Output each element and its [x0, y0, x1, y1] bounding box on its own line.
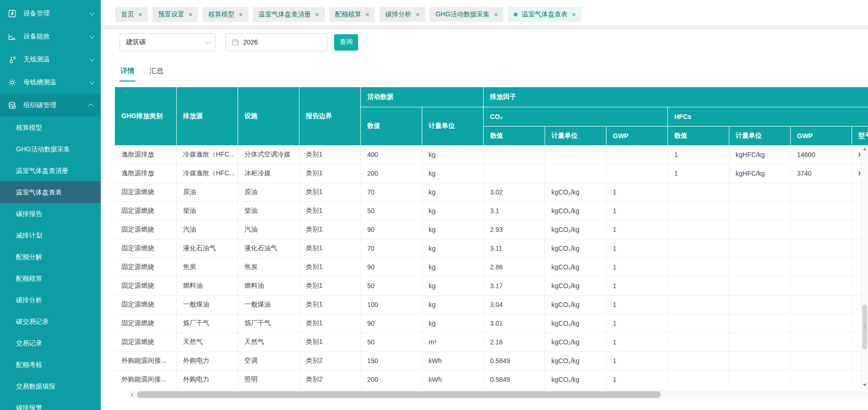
table-cell: 原油 — [238, 183, 299, 201]
close-icon[interactable]: × — [188, 11, 192, 18]
close-icon[interactable]: × — [239, 11, 242, 18]
header-emission-source: 排放源 — [176, 87, 238, 145]
table-row[interactable]: 逸散源排放冷媒逸散（HFC...冰柜冷媒类别1200kg1kgHFC/kg374… — [115, 164, 868, 183]
table-cell: 1 — [606, 220, 667, 239]
table-cell — [790, 183, 852, 201]
tab-label: GHG活动数据采集 — [435, 10, 490, 19]
table-cell — [729, 295, 790, 314]
table-cell — [729, 201, 790, 220]
table-cell: 天然气 — [176, 333, 238, 351]
table-header: GHG排放类别 排放源 设施 报告边界 活动数据 排放因子 数值 计量单位 CO… — [115, 87, 868, 145]
chevron-down-icon — [90, 33, 95, 38]
sidebar-item-ghg-inventory-table[interactable]: 温室气体盘查表 — [0, 181, 101, 203]
close-icon[interactable]: × — [366, 11, 369, 18]
tab-preset-settings[interactable]: 预置设置× — [152, 7, 198, 22]
table-cell: 冰柜冷媒 — [238, 164, 299, 183]
sidebar-item-reduction-plan[interactable]: 减排计划 — [0, 224, 101, 246]
sidebar-item-carbon-alarm[interactable]: 碳排报警 — [0, 397, 101, 410]
query-button[interactable]: 查询 — [334, 34, 358, 51]
sun-rays-icon — [7, 77, 17, 88]
table-cell: 1 — [606, 333, 667, 351]
table-row[interactable]: 固定源燃烧燃料油燃料油类别150kg3.17kgCO₂/kg1 — [115, 276, 868, 295]
table-cell — [729, 314, 790, 333]
calendar-icon — [232, 38, 239, 46]
close-icon[interactable]: × — [416, 11, 419, 18]
tab-ghg-inventory-table[interactable]: 温室气体盘查表× — [508, 7, 581, 22]
sidebar-item-carbon-trade-records[interactable]: 碳交易记录 — [0, 311, 101, 332]
table-cell: 固定源燃烧 — [115, 239, 176, 258]
header-ghg-category: GHG排放类别 — [115, 87, 176, 145]
table-row[interactable]: 固定源燃烧汽油汽油类别190kg2.93kgCO₂/kg1 — [115, 220, 868, 239]
sidebar-item-ghg-activity-data[interactable]: GHG活动数据采集 — [0, 138, 101, 160]
vertical-scrollbar-thumb[interactable] — [862, 305, 867, 349]
tab-accounting-model[interactable]: 核算模型× — [202, 7, 248, 22]
table-cell — [790, 276, 852, 295]
table-cell: 50 — [360, 276, 422, 295]
table-cell: kgHFC/kg — [729, 145, 790, 164]
tab-quota-accounting[interactable]: 配额核算× — [329, 7, 375, 22]
table-row[interactable]: 逸散源排放冷媒逸散（HFC...分体式空调冷媒类别1400kg1kgHFC/kg… — [115, 145, 868, 164]
table-cell — [790, 258, 852, 276]
sidebar-item-quota-decomposition[interactable]: 配额分解 — [0, 246, 101, 268]
close-icon[interactable]: × — [315, 11, 319, 18]
table-cell — [667, 370, 729, 389]
scroll-left-icon[interactable]: ‹ — [129, 390, 135, 399]
table-row[interactable]: 固定源燃烧一般煤油一般煤油类别1100kg3.04kgCO₂/kg1 — [115, 295, 868, 314]
vertical-scrollbar[interactable] — [861, 145, 868, 389]
table-cell: kg — [422, 295, 483, 314]
category-select[interactable]: 建筑碳 — [120, 33, 216, 51]
device-icon — [7, 8, 17, 19]
table-row[interactable]: 固定源燃烧原油原油类别170kg3.02kgCO₂/kg1 — [115, 183, 868, 201]
table-cell: 液化石油气 — [176, 239, 238, 258]
scroll-up-icon[interactable] — [863, 148, 867, 150]
table-area: GHG排放类别 排放源 设施 报告边界 活动数据 排放因子 数值 计量单位 CO… — [115, 87, 868, 389]
table-cell: kgCO₂/kg — [545, 220, 606, 239]
table-cell: kWh — [422, 351, 483, 370]
sidebar-item-trade-records[interactable]: 交易记录 — [0, 332, 101, 354]
table-cell: kgCO₂/kg — [545, 295, 606, 314]
sidebar-item-ghg-inventory-register[interactable]: 温室气体盘查清册 — [0, 160, 101, 181]
table-cell — [729, 183, 790, 201]
sidebar-item-carbon-report[interactable]: 碳排报告 — [0, 203, 101, 224]
view-tab-summary[interactable]: 汇总 — [149, 60, 165, 81]
close-icon[interactable]: × — [572, 11, 576, 18]
close-icon[interactable]: × — [494, 11, 498, 18]
year-input[interactable]: 2026 — [225, 33, 328, 51]
sidebar-item-quota-assessment[interactable]: 配额考核 — [0, 354, 101, 375]
table-row[interactable]: 固定源燃烧焦炭焦炭类别190kg2.86kgCO₂/kg1 — [115, 258, 868, 276]
tab-carbon-analysis[interactable]: 碳排分析× — [380, 7, 425, 22]
header-co2-value: 数值 — [483, 126, 545, 145]
sidebar-item-wireless-temperature[interactable]: 无线测温 — [0, 48, 101, 71]
sidebar-item-device-efficiency[interactable]: 设备能效 — [0, 25, 101, 48]
horizontal-scrollbar-thumb[interactable] — [137, 391, 661, 398]
table-row[interactable]: 外购能源间接...外购电力照明类别2200kWh0.5849kgCO₂/kg1 — [115, 370, 868, 389]
sidebar-item-label: 设备管理 — [23, 9, 50, 18]
header-hfcs-gwp: GWP — [790, 126, 852, 145]
table-cell: 类别1 — [299, 220, 360, 239]
sidebar-item-accounting-model[interactable]: 核算模型 — [0, 117, 101, 138]
table-row[interactable]: 固定源燃烧天然气天然气类别150m³2.16kgCO₂/kg1 — [115, 333, 868, 351]
sidebar-item-busbar-temperature[interactable]: 母线槽测温 — [0, 71, 101, 94]
scroll-down-icon[interactable] — [863, 384, 867, 387]
table-cell — [667, 239, 729, 258]
table-row[interactable]: 固定源燃烧液化石油气液化石油气类别170kg3.11kgCO₂/kg1 — [115, 239, 868, 258]
table-row[interactable]: 外购能源间接...外购电力空调类别2150kWh0.5849kgCO₂/kg1 — [115, 351, 868, 370]
sidebar-item-device-management[interactable]: 设备管理 — [0, 2, 101, 25]
sidebar-item-trade-data-filling[interactable]: 交易数据填报 — [0, 375, 101, 397]
table-row[interactable]: 固定源燃烧柴油柴油类别150kg3.1kgCO₂/kg1 — [115, 201, 868, 220]
close-icon[interactable]: × — [138, 11, 142, 18]
view-tab-detail[interactable]: 详情 — [120, 60, 135, 82]
sidebar-item-carbon-analysis[interactable]: 碳排分析 — [0, 289, 101, 311]
tab-ghg-activity-data[interactable]: GHG活动数据采集× — [430, 7, 503, 22]
tab-ghg-inventory-register[interactable]: 温室气体盘查清册× — [253, 7, 325, 22]
horizontal-scrollbar[interactable]: ‹ › — [129, 390, 868, 399]
table-cell — [667, 201, 729, 220]
tab-home[interactable]: 首页× — [115, 7, 148, 22]
table-cell: 1 — [606, 201, 667, 220]
table-cell: 2.16 — [483, 333, 545, 351]
sidebar-item-quota-accounting[interactable]: 配额核算 — [0, 268, 101, 289]
sidebar-item-organization-carbon[interactable]: 组织碳管理 — [0, 94, 101, 117]
table-row[interactable]: 固定源燃烧炼厂干气炼厂干气类别190kg3.01kgCO₂/kg1 — [115, 314, 868, 333]
table-cell: kgCO₂/kg — [545, 239, 606, 258]
table-cell: kgCO₂/kg — [545, 351, 606, 370]
